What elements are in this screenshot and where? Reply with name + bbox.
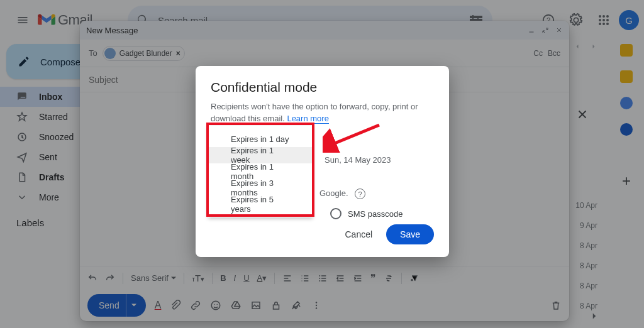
modal-title: Confidential mode — [211, 80, 434, 95]
expiry-dropdown: Expires in 1 day Expires in 1 week Expir… — [208, 126, 313, 217]
expiry-option[interactable]: Expires in 3 months — [208, 180, 313, 196]
sms-label: SMS passcode — [348, 209, 402, 219]
google-label: Google. — [319, 189, 348, 198]
expiry-option[interactable]: Expires in 1 day — [208, 131, 313, 147]
modal-description: Recipients won't have the option to forw… — [211, 101, 434, 125]
cancel-button[interactable]: Cancel — [338, 224, 379, 244]
radio-icon — [330, 208, 341, 219]
expiry-option[interactable]: Expires in 1 month — [208, 163, 313, 180]
expiry-option[interactable]: Expires in 1 week — [208, 147, 313, 163]
expiry-option[interactable]: Expires in 5 years — [208, 196, 313, 212]
help-icon[interactable]: ? — [355, 189, 365, 199]
learn-more-link[interactable]: Learn more — [287, 114, 328, 124]
expiry-date: Sun, 14 May 2023 — [325, 155, 391, 165]
sms-passcode-option[interactable]: SMS passcode — [330, 208, 402, 219]
save-button[interactable]: Save — [386, 224, 434, 244]
